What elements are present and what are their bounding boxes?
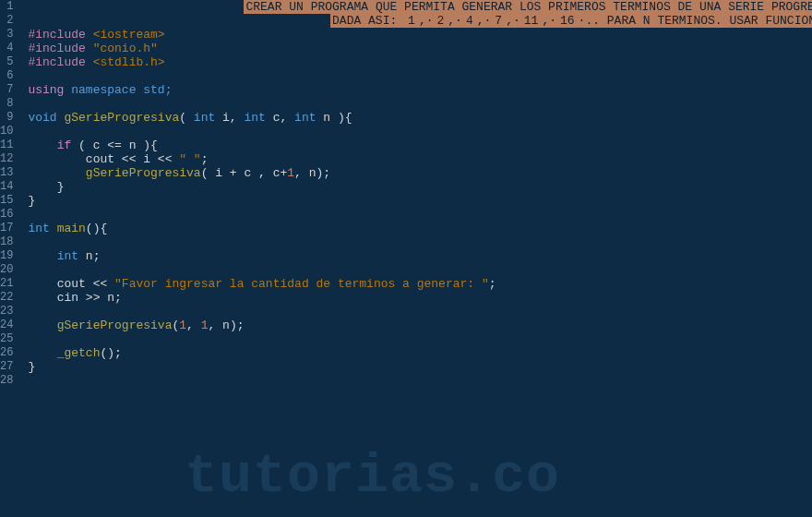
line-number: 24: [0, 319, 13, 332]
code-token: cin >> n;: [57, 291, 122, 305]
code-token: int: [28, 222, 56, 235]
line-number: 17: [0, 222, 13, 235]
code-token: ,·: [475, 14, 494, 28]
code-token: namespace std;: [64, 83, 172, 97]
code-token: "Favor ingresar la cantidad de terminos …: [114, 277, 489, 291]
code-line: void gSerieProgresiva( int i, int c, int…: [28, 111, 812, 125]
line-number: 12: [0, 152, 13, 166]
code-line: [28, 235, 812, 249]
code-token: main: [57, 222, 86, 235]
line-number: 4: [0, 42, 13, 55]
code-line: using namespace std;: [28, 83, 812, 97]
line-number: 16: [0, 208, 13, 222]
code-token: 1: [179, 319, 186, 332]
code-line: cout << "Favor ingresar la cantidad de t…: [28, 277, 812, 291]
code-token: , n);: [294, 166, 330, 180]
code-token: cout << i <<: [86, 152, 179, 166]
code-token: c,: [266, 111, 294, 125]
line-number: 6: [0, 69, 13, 83]
code-token: (: [179, 111, 194, 125]
code-line: [28, 263, 812, 277]
code-token: 1: [406, 14, 417, 28]
code-token: n;: [78, 249, 100, 263]
code-token: gSerieProgresiva: [86, 166, 201, 180]
code-token: " ": [179, 152, 200, 166]
line-number: 14: [0, 180, 13, 194]
code-line: cin >> n;: [28, 291, 812, 305]
code-line: int n;: [28, 249, 812, 263]
code-token: <iostream>: [93, 28, 165, 42]
code-token: i,: [215, 111, 244, 125]
line-number: 19: [0, 249, 13, 263]
line-number: 11: [0, 138, 13, 152]
code-token: 16: [558, 14, 577, 28]
line-number-gutter: 1234567891011121314151617181920212223242…: [0, 0, 20, 517]
line-number: 2: [0, 14, 13, 28]
code-token: ,: [186, 319, 201, 332]
code-token: ();: [100, 346, 121, 360]
code-token: #include: [28, 42, 92, 55]
code-line: [28, 332, 812, 346]
code-line: cout << i << " ";: [28, 152, 812, 166]
code-token: gSerieProgresiva: [57, 319, 173, 332]
code-line: gSerieProgresiva(1, 1, n);: [28, 319, 812, 332]
line-number: 15: [0, 194, 13, 208]
code-token: CREAR UN PROGRAMA QUE PERMITA GENERAR LO…: [244, 0, 812, 14]
code-editor: 1234567891011121314151617181920212223242…: [0, 0, 812, 517]
line-number: 13: [0, 166, 13, 180]
line-number: 10: [0, 125, 13, 138]
line-number: 7: [0, 83, 13, 97]
line-number: 8: [0, 97, 13, 111]
code-token: if: [57, 138, 72, 152]
code-token: n ){: [316, 111, 352, 125]
code-line: [28, 97, 812, 111]
line-number: 22: [0, 291, 13, 305]
code-token: }: [28, 360, 35, 374]
code-token: }: [28, 194, 35, 208]
code-token: _getch: [57, 346, 101, 360]
code-token: 2: [436, 14, 447, 28]
code-token: cout <<: [57, 277, 114, 291]
code-token: gSerieProgresiva: [64, 111, 179, 125]
line-number: 23: [0, 305, 13, 319]
line-number: 18: [0, 235, 13, 249]
code-token: 1: [201, 319, 209, 332]
code-token: 7: [493, 14, 504, 28]
code-token: ;: [489, 277, 496, 291]
code-line: CREAR UN PROGRAMA QUE PERMITA GENERAR LO…: [28, 0, 812, 14]
code-line: }: [28, 194, 812, 208]
line-number: 1: [0, 0, 13, 14]
code-token: int: [57, 249, 78, 263]
code-line: DADA ASI: 1,·2,·4,·7,·11,·16·.. PARA N T…: [28, 14, 812, 28]
code-line: #include <stdlib.h>: [28, 55, 812, 69]
code-line: _getch();: [28, 346, 812, 360]
code-token: DADA ASI:: [330, 14, 406, 28]
code-line: [28, 69, 812, 83]
code-line: [28, 305, 812, 319]
line-number: 9: [0, 111, 13, 125]
code-token: (){: [86, 222, 107, 235]
code-token: #include: [28, 55, 92, 69]
code-area: CREAR UN PROGRAMA QUE PERMITA GENERAR LO…: [20, 0, 812, 517]
code-line: }: [28, 360, 812, 374]
code-line: if ( c <= n ){: [28, 138, 812, 152]
code-token: int: [244, 111, 265, 125]
code-token: ,·: [504, 14, 522, 28]
code-token: #include: [28, 28, 92, 42]
code-token: ,·: [417, 14, 436, 28]
code-line: }: [28, 180, 812, 194]
line-number: 5: [0, 55, 13, 69]
code-token: 4: [464, 14, 475, 28]
code-token: }: [57, 180, 65, 194]
code-line: [28, 208, 812, 222]
line-number: 3: [0, 28, 13, 42]
code-line: [28, 125, 812, 138]
code-line: gSerieProgresiva( i + c , c+1, n);: [28, 166, 812, 180]
code-token: int: [194, 111, 215, 125]
code-token: ,·: [446, 14, 464, 28]
code-line: #include "conio.h": [28, 42, 812, 55]
code-token: ( i + c , c+: [201, 166, 288, 180]
code-token: 11: [522, 14, 541, 28]
code-token: ·.. PARA N TERMINOS. USAR FUNCION RECURS…: [577, 14, 812, 28]
line-number: 20: [0, 263, 13, 277]
